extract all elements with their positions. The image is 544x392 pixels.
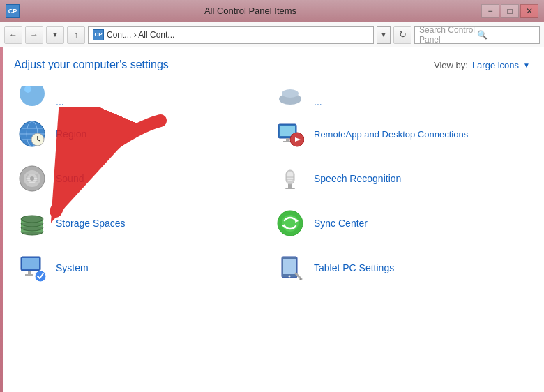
svg-rect-45	[28, 271, 31, 274]
region-label: Region	[56, 128, 86, 140]
partial-right-label: ...	[314, 96, 322, 107]
maximize-button[interactable]: □	[501, 4, 519, 18]
sound-label: Sound	[56, 173, 84, 184]
main-content: Adjust your computer's settings View by:…	[0, 47, 544, 392]
svg-point-38	[21, 216, 43, 223]
cp-item-sound[interactable]: Sound	[14, 156, 272, 201]
cp-item-sync[interactable]: Sync Center	[272, 201, 530, 246]
minimize-button[interactable]: −	[481, 4, 499, 18]
close-button[interactable]: ✕	[520, 4, 538, 18]
partial-left-item: ...	[14, 82, 272, 110]
cp-item-remoteapp[interactable]: RemoteApp and Desktop Connections	[272, 112, 530, 156]
cp-item-system[interactable]: System	[14, 246, 272, 290]
region-icon	[17, 119, 47, 149]
storage-icon	[17, 208, 47, 239]
sync-label: Sync Center	[314, 218, 368, 229]
breadcrumb-icon: CP	[93, 29, 104, 40]
storage-label: Storage Spaces	[56, 218, 126, 229]
remoteapp-label: RemoteApp and Desktop Connections	[314, 129, 468, 140]
partial-icon-left	[18, 86, 46, 107]
search-icon: 🔍	[477, 30, 535, 40]
tablet-icon	[275, 252, 305, 283]
cp-item-speech[interactable]: Speech Recognition	[272, 156, 530, 201]
svg-rect-49	[283, 259, 296, 274]
view-by-label: View by:	[434, 60, 468, 70]
partial-icon-right	[276, 86, 304, 107]
svg-point-0	[20, 86, 45, 106]
refresh-button[interactable]: ↻	[393, 26, 411, 44]
back-button[interactable]: ←	[4, 26, 22, 44]
page-title: Adjust your computer's settings	[14, 59, 169, 71]
cp-item-storage[interactable]: Storage Spaces	[14, 201, 272, 246]
partial-left-icon	[17, 86, 47, 107]
partial-top-row: ... ...	[14, 82, 530, 110]
view-by-value[interactable]: Large icons	[472, 60, 519, 70]
search-placeholder: Search Control Panel	[419, 25, 477, 45]
system-label: System	[56, 262, 89, 273]
tablet-label: Tablet PC Settings	[314, 262, 394, 273]
address-dropdown-button[interactable]: ▼	[377, 26, 391, 44]
forward-button[interactable]: →	[25, 26, 43, 44]
title-bar: CP All Control Panel Items − □ ✕	[0, 0, 544, 22]
cp-item-tablet[interactable]: Tablet PC Settings	[272, 246, 530, 290]
svg-rect-29	[287, 172, 293, 181]
svg-rect-27	[285, 188, 295, 189]
svg-rect-14	[286, 138, 289, 141]
svg-rect-44	[22, 258, 39, 269]
partial-right-icon	[275, 86, 305, 107]
speech-icon	[275, 163, 305, 194]
window-controls: − □ ✕	[481, 4, 538, 18]
address-bar: ← → ▼ ↑ CP Cont... › All Cont... ▼ ↻ Sea…	[0, 22, 544, 47]
partial-left-label: ...	[56, 96, 64, 107]
cp-item-region[interactable]: Region	[14, 112, 272, 156]
content-header: Adjust your computer's settings View by:…	[14, 59, 530, 71]
search-box[interactable]: Search Control Panel 🔍	[414, 26, 540, 44]
address-path[interactable]: CP Cont... › All Cont...	[88, 26, 374, 44]
view-by-dropdown-icon[interactable]: ▼	[523, 61, 530, 69]
up-button[interactable]: ↑	[67, 26, 85, 44]
dropdown-recent-button[interactable]: ▼	[46, 26, 64, 44]
left-accent-bar	[0, 47, 3, 392]
app-icon: CP	[6, 4, 20, 18]
remoteapp-icon	[275, 119, 305, 149]
sync-icon	[275, 208, 305, 239]
partial-right-item: ...	[272, 82, 530, 110]
svg-point-50	[289, 276, 291, 278]
system-icon	[17, 252, 47, 283]
window-title: All Control Panel Items	[20, 6, 481, 16]
svg-point-3	[282, 89, 299, 98]
speech-label: Speech Recognition	[314, 173, 401, 184]
breadcrumb-text: Cont... › All Cont...	[107, 30, 174, 40]
svg-rect-46	[25, 274, 33, 276]
items-grid: Region RemoteApp and Desktop Connections	[14, 112, 530, 290]
view-by-control: View by: Large icons ▼	[434, 60, 530, 70]
sound-icon	[17, 163, 47, 194]
